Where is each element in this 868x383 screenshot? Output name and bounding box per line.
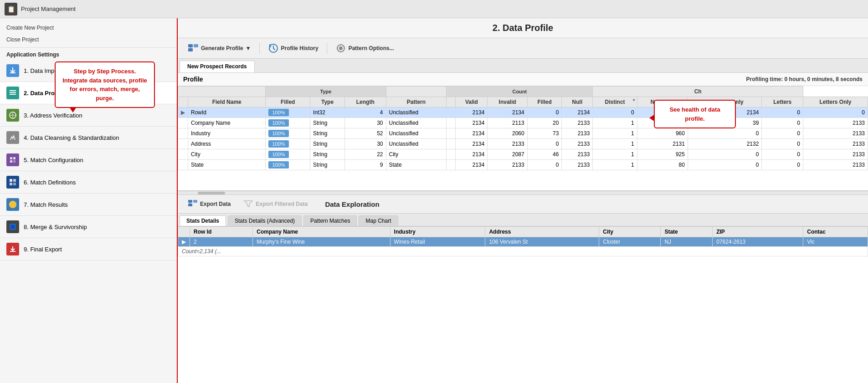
table-row[interactable]: Company Name 100% String 30 Unclassified… — [178, 118, 868, 128]
bottom-data-grid: Row Id Company Name Industry Address Cit… — [178, 226, 868, 256]
numbers-address: 2131 — [637, 139, 688, 149]
col-group-type: Type — [266, 87, 386, 97]
svg-rect-23 — [188, 204, 192, 206]
bottom-table-row[interactable]: ▶ 2 Murphy's Fine Wine Wines-Retail 106 … — [178, 237, 868, 247]
table-row[interactable]: State 100% String 9 State 2134 2133 0 21… — [178, 160, 868, 170]
close-project-menu[interactable]: Close Project — [0, 34, 177, 46]
th-filled: Filled — [266, 97, 310, 107]
arrow-cell: ▶ — [178, 107, 188, 118]
toolbar-divider-2 — [327, 43, 327, 54]
pattern-options-button[interactable]: Pattern Options... — [331, 41, 399, 56]
pattern-industry: Unclassified — [386, 128, 447, 139]
numbers-only-industry: 0 — [688, 128, 761, 139]
valid-state: 2134 — [456, 160, 488, 170]
horizontal-scroll-bar[interactable] — [178, 191, 868, 194]
table-row[interactable]: ▶ RowId 100% Int32 4 Unclassified 2134 2… — [178, 107, 868, 118]
th-pattern: Pattern — [386, 97, 447, 107]
btd-city: Closter — [599, 237, 661, 247]
tab-pattern-matches[interactable]: Pattern Matches — [303, 215, 357, 226]
sidebar-nav-item-final-export[interactable]: 9. Final Export — [0, 238, 177, 260]
spacer-rowid — [447, 107, 456, 118]
svg-rect-16 — [188, 48, 193, 51]
spacer-city — [447, 149, 456, 160]
null-company: 2133 — [562, 118, 593, 128]
valid-industry: 2134 — [456, 128, 488, 139]
profile-data-grid-wrapper[interactable]: See health of data profile. Type Count C… — [178, 86, 868, 191]
arrow-cell — [178, 118, 188, 128]
tab-new-prospect-records[interactable]: New Prospect Records — [180, 61, 255, 72]
svg-rect-7 — [13, 160, 15, 163]
sidebar-nav-item-match-config[interactable]: 5. Match Configuration — [0, 149, 177, 171]
main-toolbar: Generate Profile ▼ Profile History Patte… — [178, 38, 868, 59]
arrow-cell — [178, 160, 188, 170]
th-filled-count: Filled — [527, 97, 562, 107]
tab-map-chart[interactable]: Map Chart — [359, 215, 398, 226]
type-state: String — [310, 160, 345, 170]
field-name-city: City — [188, 149, 266, 160]
letters-industry: 0 — [762, 128, 803, 139]
svg-rect-10 — [10, 183, 12, 185]
field-name-state: State — [188, 160, 266, 170]
generate-profile-dropdown-arrow: ▼ — [246, 45, 251, 51]
spacer-address — [447, 139, 456, 149]
numbers-only-address: 2132 — [688, 139, 761, 149]
spacer-state — [447, 160, 456, 170]
tab-stats-details-advanced[interactable]: Stats Details (Advanced) — [228, 215, 302, 226]
numbers-industry: 960 — [637, 128, 688, 139]
pattern-city: City — [386, 149, 447, 160]
field-name-industry: Industry — [188, 128, 266, 139]
th-arrow — [178, 97, 188, 107]
table-row[interactable]: City 100% String 22 City 2134 2087 46 21… — [178, 149, 868, 160]
create-new-project-menu[interactable]: Create New Project — [0, 22, 177, 34]
pattern-options-icon — [335, 43, 346, 54]
letters-only-city: 2133 — [803, 149, 868, 160]
null-industry: 2133 — [562, 128, 593, 139]
sidebar-item-label-final-export: 9. Final Export — [24, 246, 62, 253]
svg-rect-11 — [13, 183, 16, 185]
th-distinct: Distinct ▼ — [593, 97, 637, 107]
profile-history-button[interactable]: Profile History — [263, 41, 323, 56]
filled-address: 100% — [266, 139, 310, 149]
length-state: 9 — [344, 160, 386, 170]
match-results-icon — [6, 198, 19, 211]
field-name-company: Company Name — [188, 118, 266, 128]
content-area: 2. Data Profile Generate Profile ▼ Profi… — [178, 18, 868, 383]
invalid-industry: 2060 — [488, 128, 527, 139]
arrow-cell — [178, 128, 188, 139]
table-row[interactable]: Address 100% String 30 Unclassified 2134… — [178, 139, 868, 149]
tab-stats-details[interactable]: Stats Details — [180, 215, 226, 226]
pattern-address: Unclassified — [386, 139, 447, 149]
type-rowid: Int32 — [310, 107, 345, 118]
btd-zip: 07624-2613 — [713, 237, 803, 247]
sidebar-nav-item-merge[interactable]: 8. Merge & Survivorship — [0, 216, 177, 238]
null-rowid: 2134 — [562, 107, 593, 118]
btd-count-label: Count=2,134 (... — [178, 247, 868, 256]
btd-company-name: Murphy's Fine Wine — [253, 237, 390, 247]
svg-rect-1 — [10, 90, 16, 91]
export-filtered-icon — [243, 199, 253, 209]
svg-rect-8 — [10, 179, 12, 182]
export-filtered-data-button[interactable]: Export Filtered Data — [239, 198, 312, 210]
table-row[interactable]: Industry 100% String 52 Unclassified 213… — [178, 128, 868, 139]
generate-profile-button[interactable]: Generate Profile ▼ — [183, 41, 256, 56]
th-length: Length — [344, 97, 386, 107]
bth-arrow — [178, 227, 190, 237]
invalid-state: 2133 — [488, 160, 527, 170]
letters-only-address: 2133 — [803, 139, 868, 149]
data-exploration-title: Data Exploration — [325, 200, 379, 208]
letters-state: 0 — [762, 160, 803, 170]
svg-rect-24 — [193, 200, 197, 203]
invalid-company: 2113 — [488, 118, 527, 128]
filled-count-company: 20 — [527, 118, 562, 128]
sidebar-nav-item-match-defs[interactable]: 6. Match Definitions — [0, 171, 177, 194]
sidebar-nav-item-match-results[interactable]: 7. Match Results — [0, 194, 177, 216]
sidebar-item-label-data-cleansing: 4. Data Cleansing & Standardization — [24, 134, 119, 141]
pattern-rowid: Unclassified — [386, 107, 447, 118]
btd-address: 106 Vervalen St — [485, 237, 599, 247]
valid-company: 2134 — [456, 118, 488, 128]
bottom-grid-wrapper[interactable]: Row Id Company Name Industry Address Cit… — [178, 226, 868, 308]
export-data-button[interactable]: Export Data — [183, 198, 235, 210]
btd-row-id: 2 — [190, 237, 253, 247]
sidebar-nav-item-data-cleansing[interactable]: 4. Data Cleansing & Standardization — [0, 127, 177, 149]
letters-address: 0 — [762, 139, 803, 149]
